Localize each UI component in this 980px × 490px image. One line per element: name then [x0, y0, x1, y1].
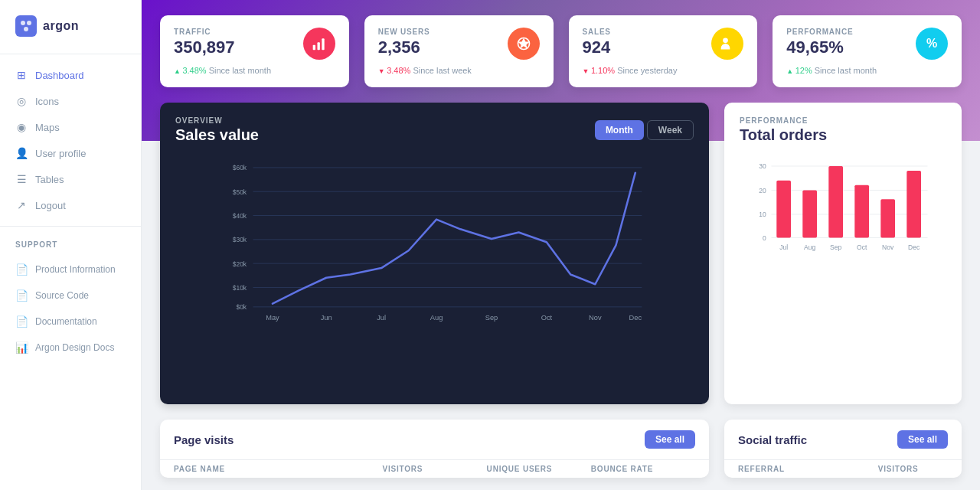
svg-text:30: 30 — [759, 162, 766, 170]
svg-text:Jun: Jun — [321, 314, 332, 322]
stat-change-label-performance: Since last month — [815, 66, 877, 75]
stat-card-performance: PERFORMANCE 49,65% % 12% Since last mont… — [773, 15, 962, 87]
sidebar-item-label: Product Information — [35, 264, 116, 275]
sidebar-item-icons[interactable]: ◎ Icons — [0, 88, 141, 114]
total-orders-chart: 30 20 10 0 — [740, 153, 946, 283]
bar-aug — [802, 190, 817, 237]
svg-text:Nov: Nov — [882, 243, 894, 251]
sidebar-item-label: Maps — [35, 122, 60, 133]
col-bounce-rate: BOUNCE RATE — [591, 465, 695, 473]
svg-rect-5 — [322, 38, 324, 50]
stat-label-sales: SALES — [583, 28, 611, 36]
svg-text:Nov: Nov — [589, 314, 602, 322]
svg-text:Oct: Oct — [541, 314, 553, 322]
sidebar-item-label: Source Code — [35, 290, 89, 301]
stat-card-sales: SALES 924 1.10% Since yesterday — [569, 15, 758, 87]
sidebar-item-label: Logout — [35, 200, 66, 211]
page-visits-columns: PAGE NAME VISITORS UNIQUE USERS BOUNCE R… — [160, 459, 709, 478]
sidebar-logo-text: argon — [43, 19, 79, 33]
svg-text:$20k: $20k — [233, 260, 247, 268]
stat-change-label-new-users: Since last week — [413, 66, 471, 75]
stat-icon-performance: % — [916, 28, 948, 60]
svg-point-7 — [723, 38, 728, 44]
sidebar-item-documentation[interactable]: 📄 Documentation — [0, 309, 141, 335]
main-content: TRAFFIC 350,897 3.48% Since last month N… — [142, 0, 980, 490]
product-info-icon: 📄 — [15, 263, 28, 276]
argon-logo-icon — [15, 15, 37, 37]
page-visits-header: Page visits See all — [160, 420, 709, 459]
logout-icon: ↗ — [15, 199, 28, 211]
bar-oct — [854, 185, 869, 238]
svg-text:$50k: $50k — [233, 188, 247, 196]
bar-nov — [880, 199, 895, 237]
sidebar-item-dashboard[interactable]: ⊞ Dashboard — [0, 62, 141, 88]
stat-footer-new-users: 3.48% Since last week — [378, 66, 540, 75]
month-button[interactable]: Month — [595, 120, 644, 140]
stat-change-performance: 12% — [786, 66, 812, 75]
sidebar-item-logout[interactable]: ↗ Logout — [0, 192, 141, 218]
stat-footer-performance: 12% Since last month — [786, 66, 948, 75]
svg-rect-3 — [312, 45, 315, 51]
stat-value-performance: 49,65% — [786, 38, 853, 57]
sidebar-nav: ⊞ Dashboard ◎ Icons ◉ Maps 👤 User profil… — [0, 57, 141, 223]
bar-jul — [776, 181, 791, 238]
bar-dec — [906, 171, 921, 238]
svg-text:$10k: $10k — [233, 284, 247, 292]
stat-footer-traffic: 3.48% Since last month — [174, 66, 335, 75]
col-visitors: VISITORS — [382, 465, 486, 473]
perf-label: PERFORMANCE — [740, 116, 946, 125]
stat-label-traffic: TRAFFIC — [174, 28, 235, 36]
svg-text:$60k: $60k — [233, 164, 247, 172]
sidebar-item-label: User profile — [35, 148, 86, 159]
stat-label-performance: PERFORMANCE — [786, 28, 853, 36]
content-area: OVERVIEW Sales value Month Week $ — [142, 103, 980, 420]
col-visitors2: VISITORS — [878, 465, 948, 473]
stat-change-label-sales: Since yesterday — [617, 66, 677, 75]
svg-text:$40k: $40k — [233, 212, 247, 220]
documentation-icon: 📄 — [15, 315, 28, 328]
chart-btn-group: Month Week — [595, 120, 694, 140]
svg-text:Oct: Oct — [857, 243, 867, 251]
svg-point-0 — [21, 21, 25, 25]
svg-text:May: May — [266, 314, 279, 322]
svg-text:Sep: Sep — [830, 243, 841, 251]
total-orders-title: Total orders — [740, 126, 946, 144]
stat-icon-sales — [711, 28, 743, 60]
stat-icon-traffic — [303, 28, 335, 60]
col-unique-users: UNIQUE USERS — [487, 465, 591, 473]
stat-value-new-users: 2,356 — [378, 38, 430, 57]
maps-icon: ◉ — [15, 121, 28, 133]
svg-text:Aug: Aug — [804, 243, 815, 251]
stat-card-new-users: NEW USERS 2,356 3.48% Since last week — [364, 15, 554, 87]
sidebar-item-label: Dashboard — [35, 70, 84, 81]
svg-text:Jul: Jul — [377, 314, 386, 322]
sidebar-item-source-code[interactable]: 📄 Source Code — [0, 283, 141, 309]
sidebar-item-label: Argon Design Docs — [35, 342, 114, 353]
page-visits-see-all-button[interactable]: See all — [645, 430, 695, 449]
week-button[interactable]: Week — [647, 120, 694, 140]
source-code-icon: 📄 — [15, 289, 28, 302]
bar-sep — [828, 166, 843, 238]
svg-rect-4 — [317, 42, 319, 50]
social-traffic-see-all-button[interactable]: See all — [897, 430, 948, 449]
stat-change-new-users: 3.48% — [378, 66, 411, 75]
svg-text:$0k: $0k — [236, 303, 247, 311]
stat-change-label-traffic: Since last month — [209, 66, 271, 75]
sidebar-item-tables[interactable]: ☰ Tables — [0, 166, 141, 192]
sidebar-item-user-profile[interactable]: 👤 User profile — [0, 140, 141, 166]
sidebar-item-label: Icons — [35, 96, 59, 107]
svg-text:Dec: Dec — [629, 314, 642, 322]
svg-text:0: 0 — [763, 234, 766, 242]
sidebar-support-nav: 📄 Product Information 📄 Source Code 📄 Do… — [0, 252, 141, 365]
stat-icon-new-users — [508, 28, 540, 60]
svg-point-2 — [24, 27, 28, 31]
sidebar-item-product-info[interactable]: 📄 Product Information — [0, 256, 141, 283]
sidebar-item-argon-docs[interactable]: 📊 Argon Design Docs — [0, 335, 141, 361]
svg-point-1 — [27, 21, 31, 25]
stat-label-new-users: NEW USERS — [378, 28, 430, 36]
svg-text:20: 20 — [759, 187, 766, 194]
stat-card-traffic: TRAFFIC 350,897 3.48% Since last month — [160, 15, 349, 87]
stat-value-traffic: 350,897 — [174, 38, 235, 57]
svg-text:Jul: Jul — [779, 243, 788, 251]
sidebar-item-maps[interactable]: ◉ Maps — [0, 114, 141, 140]
